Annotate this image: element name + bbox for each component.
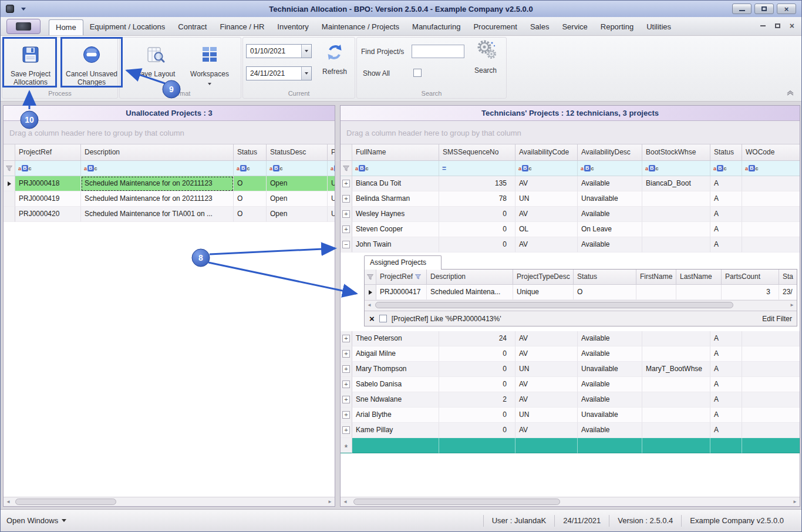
cell-bootstockwhse[interactable] <box>642 207 710 222</box>
cell-bootstockwhse[interactable] <box>642 222 710 237</box>
ribbon-tab[interactable]: Equipment / Locations <box>83 19 172 35</box>
header-projectref[interactable]: ProjectRef <box>15 144 81 160</box>
cell-status[interactable]: A <box>710 392 742 408</box>
cell-availabilitycode[interactable]: UN <box>515 191 578 207</box>
header-status[interactable]: Status <box>234 144 267 160</box>
scroll-left-icon[interactable]: ◄ <box>341 497 350 506</box>
technician-row[interactable]: + Belinda Sharman 78 UN Unavailable A <box>341 191 800 207</box>
scroll-left-icon[interactable]: ◄ <box>4 497 13 506</box>
cell-bootstockwhse[interactable] <box>642 191 710 207</box>
detail-header-partscount[interactable]: PartsCount <box>722 270 779 284</box>
cell-wocode[interactable] <box>742 392 800 408</box>
cell-bootstockwhse[interactable] <box>642 237 710 252</box>
cell-wocode[interactable] <box>742 207 800 222</box>
cell-status[interactable]: O <box>234 207 267 222</box>
ribbon-tab[interactable]: Contract <box>171 19 213 35</box>
filter-smssequenceno[interactable]: = <box>439 161 515 176</box>
cell-availabilitydesc[interactable]: Available <box>578 176 642 191</box>
expand-collapse-button[interactable]: + <box>342 210 350 218</box>
cell-status[interactable]: A <box>710 237 742 252</box>
mdi-minimize-icon[interactable] <box>760 25 766 26</box>
cell-wocode[interactable] <box>742 331 800 346</box>
detail-header-projecttypedesc[interactable]: ProjectTypeDesc <box>513 270 574 284</box>
collapse-ribbon-button[interactable] <box>786 90 794 98</box>
filter-availabilitycode[interactable]: aBc <box>515 161 578 176</box>
cell-projectref[interactable]: PRJ0000418 <box>15 176 81 191</box>
ribbon-tab[interactable]: Maintenance / Projects <box>315 19 406 35</box>
cell-description[interactable]: Scheduled Maintenance for on 20211123 <box>81 191 234 207</box>
cell-smssequenceno[interactable]: 24 <box>439 331 515 346</box>
horizontal-scrollbar[interactable]: ◄ ► <box>341 497 800 506</box>
cell-statusdesc[interactable]: Open <box>267 191 328 207</box>
close-filter-button[interactable]: × <box>369 314 375 323</box>
detail-header-status[interactable]: Status <box>574 270 636 284</box>
filter-pre[interactable]: aBc <box>328 161 335 176</box>
cell-smssequenceno[interactable]: 135 <box>439 176 515 191</box>
cell-fullname[interactable]: Theo Peterson <box>352 331 439 346</box>
refresh-button[interactable]: Refresh <box>316 38 353 95</box>
technician-row[interactable]: + Arial Blythe 0 UN Unavailable A <box>341 408 800 423</box>
header-smssequenceno[interactable]: SMSSequenceNo <box>439 144 515 160</box>
header-wocode[interactable]: WOCode <box>742 144 800 160</box>
detail-cell-projectref[interactable]: PRJ0000417 <box>376 285 427 300</box>
cell-bootstockwhse[interactable] <box>642 423 710 438</box>
cancel-unsaved-changes-button[interactable]: Cancel Unsaved Changes <box>63 38 120 95</box>
cell-smssequenceno[interactable]: 0 <box>439 237 515 252</box>
cell-status[interactable]: A <box>710 362 742 377</box>
cell-availabilitycode[interactable]: UN <box>515 362 578 377</box>
filter-bootstockwhse[interactable]: aBc <box>642 161 710 176</box>
cell-wocode[interactable] <box>742 222 800 237</box>
cell-wocode[interactable] <box>742 346 800 362</box>
ribbon-tab[interactable]: Manufacturing <box>406 19 467 35</box>
cell-smssequenceno[interactable]: 0 <box>439 423 515 438</box>
filter-status[interactable]: aBc <box>710 161 742 176</box>
project-row[interactable]: PRJ0000418 Scheduled Maintenance for on … <box>4 176 335 191</box>
header-fullname[interactable]: FullName <box>352 144 439 160</box>
cell-fullname[interactable]: Wesley Haynes <box>352 207 439 222</box>
technician-row[interactable]: + Mary Thompson 0 UN Unavailable MaryT_B… <box>341 362 800 377</box>
cell-availabilitycode[interactable]: AV <box>515 423 578 438</box>
search-button[interactable]: Search <box>469 37 502 93</box>
cell-wocode[interactable] <box>742 377 800 392</box>
assigned-projects-tab[interactable]: Assigned Projects <box>364 255 442 270</box>
cell-fullname[interactable]: Sabelo Danisa <box>352 377 439 392</box>
ribbon-tab[interactable]: Reporting <box>594 19 640 35</box>
cell-status[interactable]: A <box>710 176 742 191</box>
cell-status[interactable]: A <box>710 377 742 392</box>
cell-availabilitydesc[interactable]: Available <box>578 392 642 408</box>
scroll-right-icon[interactable]: ► <box>790 497 800 506</box>
filter-wocode[interactable]: aBc <box>742 161 800 176</box>
expand-collapse-button[interactable]: − <box>342 241 350 248</box>
cell-description[interactable]: Scheduled Maintenance for on 20211123 <box>81 176 234 191</box>
cell-availabilitydesc[interactable]: Available <box>578 207 642 222</box>
technician-row[interactable]: + Kame Pillay 0 AV Available A <box>341 423 800 438</box>
header-availabilitydesc[interactable]: AvailabilityDesc <box>578 144 642 160</box>
scrollbar-thumb[interactable] <box>375 302 733 308</box>
cell-statusdesc[interactable]: Open <box>267 176 328 191</box>
ribbon-tab[interactable]: Finance / HR <box>213 19 271 35</box>
cell-fullname[interactable]: Steven Cooper <box>352 222 439 237</box>
expand-collapse-button[interactable]: + <box>342 381 350 388</box>
scroll-right-icon[interactable]: ► <box>325 497 335 506</box>
filter-enabled-checkbox[interactable] <box>379 315 387 322</box>
cell-status[interactable]: A <box>710 191 742 207</box>
cell-bootstockwhse[interactable]: MaryT_BootWhse <box>642 362 710 377</box>
header-description[interactable]: Description <box>81 144 234 160</box>
cell-wocode[interactable] <box>742 237 800 252</box>
technician-row[interactable]: + Bianca Du Toit 135 AV Available Bianca… <box>341 176 800 191</box>
cell-bootstockwhse[interactable]: BiancaD_Boot <box>642 176 710 191</box>
cell-availabilitycode[interactable]: AV <box>515 346 578 362</box>
cell-fullname[interactable]: Bianca Du Toit <box>352 176 439 191</box>
scrollbar-thumb[interactable] <box>353 499 560 505</box>
expand-collapse-button[interactable]: + <box>342 396 350 403</box>
date-from-dropdown-button[interactable] <box>301 45 311 58</box>
maximize-button[interactable] <box>754 4 774 14</box>
cell-availabilitydesc[interactable]: On Leave <box>578 222 642 237</box>
cell-status[interactable]: A <box>710 331 742 346</box>
cell-status[interactable]: A <box>710 408 742 423</box>
ribbon-tab[interactable]: Utilities <box>640 19 678 35</box>
cell-statusdesc[interactable]: Open <box>267 207 328 222</box>
cell-status[interactable]: A <box>710 423 742 438</box>
technician-row[interactable]: + Abigail Milne 0 AV Available A <box>341 346 800 362</box>
header-pre[interactable]: Pre <box>328 144 335 160</box>
